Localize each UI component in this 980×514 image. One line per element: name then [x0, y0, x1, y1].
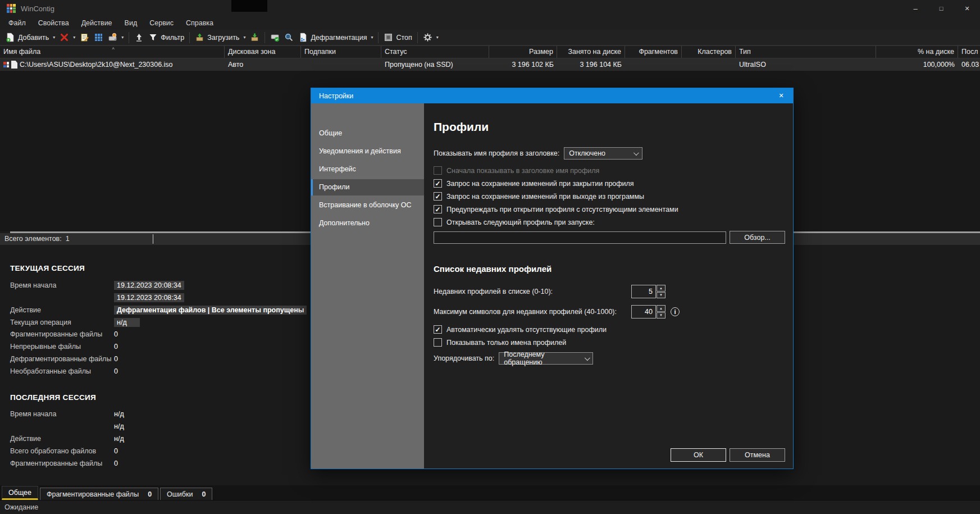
- toolbar-separator: [417, 32, 418, 43]
- app-icon: [7, 4, 16, 13]
- checkbox[interactable]: [434, 166, 442, 175]
- menu-properties[interactable]: Свойства: [32, 17, 75, 30]
- show-name-combobox[interactable]: Отключено: [564, 147, 642, 160]
- chevron-down-icon: [585, 355, 590, 361]
- menu-file[interactable]: Файл: [2, 17, 32, 30]
- defrag-label: Дефрагментация: [311, 34, 367, 42]
- tab-count-badge: 0: [148, 490, 152, 498]
- magnifier-icon: [284, 33, 294, 42]
- arrow-up-icon: [134, 33, 144, 42]
- title-bar: WinContig: [0, 0, 980, 17]
- maximize-button[interactable]: [928, 0, 954, 17]
- add-document-icon: [6, 33, 15, 42]
- tab-general[interactable]: Общее: [2, 486, 38, 500]
- dialog-close-button[interactable]: [769, 88, 793, 103]
- column-header-disk-zone[interactable]: Дисковая зона: [225, 46, 301, 58]
- checkbox-row-warn-missing: Предупреждать при открытии профиля с отс…: [434, 205, 785, 213]
- menu-help[interactable]: Справка: [180, 17, 220, 30]
- column-header-subfolders[interactable]: Подпапки: [301, 46, 381, 58]
- startup-profile-input[interactable]: [434, 231, 726, 244]
- overlay-artifact: [231, 0, 267, 12]
- window-controls: [902, 0, 980, 17]
- settings-dialog: Настройки Общие Уведомления и действия И…: [311, 88, 794, 469]
- app-title: WinContig: [21, 4, 54, 13]
- checkbox[interactable]: [434, 325, 442, 334]
- tab-errors[interactable]: Ошибки 0: [160, 488, 212, 500]
- save-profile-button[interactable]: [248, 31, 262, 44]
- gear-icon: [423, 33, 432, 42]
- column-header-size[interactable]: Размер: [489, 46, 557, 58]
- items-count-value: 1: [66, 235, 70, 243]
- checkbox-row-save-on-close: Запрос на сохранение изменений при закры…: [434, 179, 785, 188]
- checkbox[interactable]: [434, 218, 442, 226]
- tab-fragmented-files[interactable]: Фрагментированные файлы 0: [40, 488, 158, 500]
- column-header-clusters[interactable]: Кластеров: [682, 46, 736, 58]
- properties-button[interactable]: [78, 31, 92, 44]
- menu-service[interactable]: Сервис: [143, 17, 180, 30]
- info-icon[interactable]: [671, 307, 680, 316]
- report-button[interactable]: [92, 31, 106, 44]
- dialog-title-bar: Настройки: [311, 88, 793, 103]
- stop-label: Стоп: [396, 34, 412, 42]
- column-header-filename[interactable]: ^Имя файла: [0, 46, 225, 58]
- status-bar: Ожидание: [0, 500, 980, 514]
- column-header-fragments[interactable]: Фрагментов: [625, 46, 682, 58]
- column-header-type[interactable]: Тип: [736, 46, 876, 58]
- pane-splitter[interactable]: [153, 234, 153, 244]
- stop-button[interactable]: Стоп: [381, 31, 414, 44]
- column-header-percent[interactable]: % на диске: [876, 46, 958, 58]
- minimize-button[interactable]: [902, 0, 928, 17]
- status-text: Ожидание: [4, 503, 38, 511]
- ok-button[interactable]: ОК: [671, 448, 726, 462]
- drive-check-icon: [270, 33, 280, 42]
- search-button[interactable]: [282, 31, 296, 44]
- dialog-content: Профили Показывать имя профиля в заголов…: [424, 103, 793, 468]
- toolbar-separator: [378, 32, 379, 43]
- menu-bar: Файл Свойства Действие Вид Сервис Справк…: [0, 17, 980, 30]
- checkbox[interactable]: [434, 192, 442, 201]
- defrag-document-icon: [298, 33, 308, 42]
- sidebar-item-general[interactable]: Общие: [311, 125, 424, 142]
- column-header-last[interactable]: Посл: [958, 46, 980, 58]
- sidebar-item-advanced[interactable]: Дополнительно: [311, 215, 424, 231]
- max-chars-spinner[interactable]: 40: [631, 305, 666, 319]
- sidebar-item-interface[interactable]: Интерфейс: [311, 161, 424, 178]
- disk-zone-button[interactable]: [106, 31, 126, 44]
- add-button[interactable]: Добавить: [3, 31, 57, 44]
- delete-button[interactable]: [57, 31, 78, 44]
- browse-button[interactable]: Обзор...: [730, 231, 785, 244]
- cancel-button[interactable]: Отмена: [730, 448, 785, 462]
- sidebar-item-notifications[interactable]: Уведомления и действия: [311, 143, 424, 160]
- save-box-icon: [250, 33, 259, 42]
- column-header-status[interactable]: Статус: [381, 46, 489, 58]
- spin-up-icon[interactable]: [657, 305, 666, 312]
- drive-pin-icon: [108, 33, 117, 42]
- menu-action[interactable]: Действие: [75, 17, 118, 30]
- notepad-icon: [80, 33, 89, 42]
- sidebar-item-profiles[interactable]: Профили: [311, 179, 424, 195]
- move-up-button[interactable]: [132, 31, 146, 44]
- table-row[interactable]: C:\Users\ASUS\Desktop\2k10@Next_230306.i…: [0, 58, 980, 71]
- settings-button[interactable]: [421, 31, 441, 44]
- checkbox[interactable]: [434, 338, 442, 347]
- defrag-button[interactable]: Дефрагментация: [296, 31, 375, 44]
- funnel-icon: [148, 33, 158, 42]
- sidebar-item-shell-integration[interactable]: Встраивание в оболочку ОС: [311, 197, 424, 213]
- spin-down-icon[interactable]: [657, 292, 666, 299]
- filter-button[interactable]: Фильтр: [146, 31, 186, 44]
- checkbox-row-open-on-startup: Открывать следующий профиль при запуске:: [434, 218, 785, 226]
- analyze-button[interactable]: [268, 31, 282, 44]
- load-profile-button[interactable]: Загрузить: [193, 31, 248, 44]
- close-button[interactable]: [954, 0, 980, 17]
- cell-on-disk: 3 196 104 КБ: [557, 58, 625, 71]
- spin-up-icon[interactable]: [657, 285, 666, 292]
- grid-icon: [94, 33, 103, 42]
- cell-percent: 100,000%: [876, 58, 958, 71]
- checkbox[interactable]: [434, 179, 442, 188]
- menu-view[interactable]: Вид: [118, 17, 144, 30]
- spin-down-icon[interactable]: [657, 312, 666, 319]
- recent-count-spinner[interactable]: 5: [631, 285, 666, 298]
- checkbox[interactable]: [434, 205, 442, 213]
- column-header-on-disk[interactable]: Занято на диске: [557, 46, 625, 58]
- order-by-combobox[interactable]: Последнему обращению: [499, 352, 593, 365]
